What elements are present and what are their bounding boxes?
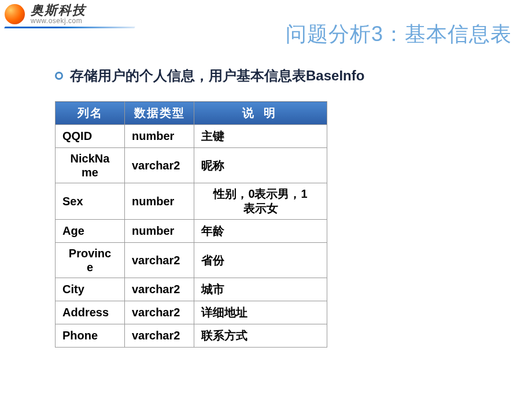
header-col-desc: 说 明 (194, 102, 327, 125)
cell-col-type: number (125, 125, 194, 148)
cell-col-type: varchar2 (125, 324, 194, 348)
cell-col-type: varchar2 (125, 301, 194, 324)
table-row: Agenumber年龄 (56, 220, 327, 243)
cell-col-desc: 联系方式 (194, 324, 327, 348)
cell-col-desc: 详细地址 (194, 301, 327, 324)
header-col-name: 列名 (56, 102, 125, 125)
cell-col-name: NickName (56, 148, 125, 183)
table-row: Sexnumber性别，0表示男，1表示女 (56, 183, 327, 220)
cell-col-desc: 主键 (194, 125, 327, 148)
logo-url: www.osekj.com (31, 17, 86, 25)
table-body: QQIDnumber主键NickNamevarchar2昵称Sexnumber性… (56, 125, 327, 348)
cell-col-name: Address (56, 301, 125, 324)
table-row: NickNamevarchar2昵称 (56, 148, 327, 183)
slide-title: 问题分析3：基本信息表 (286, 20, 512, 49)
cell-col-desc: 昵称 (194, 148, 327, 183)
bullet-row: 存储用户的个人信息，用户基本信息表BaseInfo (55, 66, 477, 85)
bullet-icon (55, 72, 63, 80)
table-row: Provincevarchar2省份 (56, 243, 327, 278)
table-row: QQIDnumber主键 (56, 125, 327, 148)
cell-col-name: Phone (56, 324, 125, 348)
cell-col-name: Province (56, 243, 125, 278)
cell-col-desc: 年龄 (194, 220, 327, 243)
cell-col-name: City (56, 278, 125, 301)
schema-table: 列名 数据类型 说 明 QQIDnumber主键NickNamevarchar2… (55, 101, 327, 348)
logo-icon (5, 4, 25, 24)
cell-col-type: number (125, 183, 194, 220)
cell-col-desc: 省份 (194, 243, 327, 278)
cell-col-desc: 性别，0表示男，1表示女 (194, 183, 327, 220)
logo-underline (4, 27, 135, 28)
cell-col-type: varchar2 (125, 243, 194, 278)
cell-col-type: varchar2 (125, 148, 194, 183)
table-row: Cityvarchar2城市 (56, 278, 327, 301)
table-row: Addressvarchar2详细地址 (56, 301, 327, 324)
cell-col-desc: 城市 (194, 278, 327, 301)
header: 奥斯科技 www.osekj.com 问题分析3：基本信息表 (0, 0, 532, 35)
cell-col-type: varchar2 (125, 278, 194, 301)
bullet-text: 存储用户的个人信息，用户基本信息表BaseInfo (70, 66, 364, 85)
table-row: Phonevarchar2联系方式 (56, 324, 327, 348)
cell-col-name: QQID (56, 125, 125, 148)
content-area: 存储用户的个人信息，用户基本信息表BaseInfo 列名 数据类型 说 明 QQ… (0, 35, 532, 348)
logo-title: 奥斯科技 (31, 3, 86, 18)
table-header-row: 列名 数据类型 说 明 (56, 102, 327, 125)
cell-col-type: number (125, 220, 194, 243)
cell-col-name: Sex (56, 183, 125, 220)
logo-text-block: 奥斯科技 www.osekj.com (31, 3, 86, 25)
cell-col-name: Age (56, 220, 125, 243)
header-col-type: 数据类型 (125, 102, 194, 125)
